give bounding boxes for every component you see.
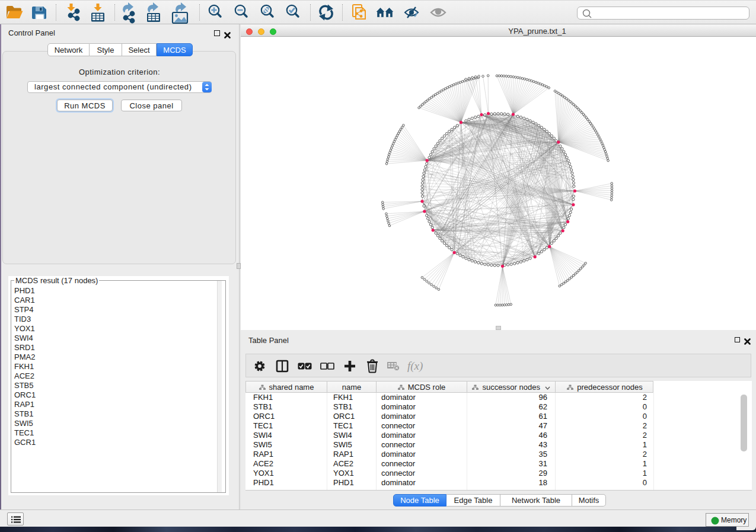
- svg-text:f(x): f(x): [407, 360, 423, 373]
